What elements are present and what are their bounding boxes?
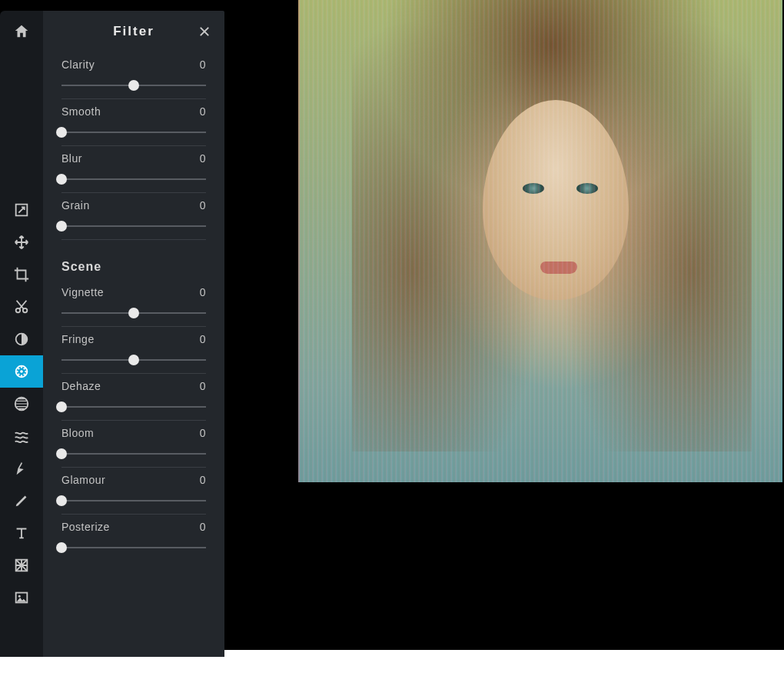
close-icon	[198, 25, 211, 38]
text-icon	[13, 525, 30, 541]
image-tool[interactable]	[0, 581, 43, 614]
slider-value: 0	[200, 286, 206, 298]
move-tool[interactable]	[0, 226, 43, 258]
slider-label: Blur	[61, 152, 82, 165]
panel-body: Clarity 0 Smooth 0	[43, 58, 224, 556]
adjust-icon	[13, 331, 30, 348]
image-content	[483, 100, 629, 300]
slider-value: 0	[200, 333, 206, 345]
cut-icon	[13, 298, 30, 315]
blur-tool[interactable]	[0, 388, 43, 420]
slider-value: 0	[200, 380, 206, 392]
draw-tool[interactable]	[0, 485, 43, 517]
slider-track[interactable]	[61, 351, 206, 368]
bloom-slider: Bloom 0	[61, 427, 206, 468]
liquify-tool[interactable]	[0, 420, 43, 452]
svg-point-11	[18, 373, 19, 375]
pattern-icon	[13, 557, 30, 574]
canvas-area[interactable]	[224, 0, 784, 650]
slider-track[interactable]	[61, 218, 206, 235]
image-content	[523, 183, 544, 194]
slider-label: Glamour	[61, 474, 105, 486]
dehaze-slider: Dehaze 0	[61, 380, 206, 421]
toolbar	[0, 11, 43, 657]
slider-knob[interactable]	[56, 174, 67, 185]
image-content	[352, 0, 752, 451]
slider-track[interactable]	[61, 445, 206, 462]
slider-label: Clarity	[61, 58, 95, 71]
panel-title: Filter	[113, 24, 154, 39]
adjust-tool[interactable]	[0, 323, 43, 355]
slider-label: Bloom	[61, 427, 94, 439]
vignette-slider: Vignette 0	[61, 286, 206, 327]
home-button[interactable]	[0, 15, 43, 48]
slider-track[interactable]	[61, 398, 206, 415]
image-glitch-effect	[298, 0, 782, 482]
filter-panel: Filter Clarity 0 Smooth	[43, 11, 224, 657]
slider-value: 0	[200, 199, 206, 212]
slider-track[interactable]	[61, 171, 206, 188]
slider-knob[interactable]	[56, 448, 67, 459]
slider-knob[interactable]	[56, 495, 67, 506]
slider-knob[interactable]	[56, 401, 67, 412]
slider-track[interactable]	[61, 305, 206, 322]
posterize-slider: Posterize 0	[61, 521, 206, 556]
slider-knob[interactable]	[56, 127, 67, 138]
slider-value: 0	[200, 105, 206, 118]
slider-value: 0	[200, 427, 206, 439]
edited-image[interactable]	[298, 0, 782, 482]
app-window: Filter Clarity 0 Smooth	[0, 0, 784, 650]
svg-point-5	[21, 366, 22, 368]
slider-label: Smooth	[61, 105, 101, 118]
image-icon	[13, 589, 30, 606]
slider-knob[interactable]	[56, 542, 67, 553]
slider-label: Vignette	[61, 286, 104, 298]
resize-tool[interactable]	[0, 194, 43, 226]
clarity-slider: Clarity 0	[61, 58, 206, 99]
text-tool[interactable]	[0, 517, 43, 549]
svg-point-16	[18, 595, 21, 598]
slider-knob[interactable]	[128, 308, 139, 318]
glamour-slider: Glamour 0	[61, 474, 206, 515]
slider-knob[interactable]	[128, 355, 139, 365]
scene-section-title: Scene	[61, 260, 206, 274]
slider-track[interactable]	[61, 539, 206, 556]
close-panel-button[interactable]	[195, 22, 214, 41]
blur-slider: Blur 0	[61, 152, 206, 193]
slider-label: Grain	[61, 199, 90, 212]
svg-point-10	[23, 368, 25, 369]
slider-value: 0	[200, 474, 206, 486]
pattern-tool[interactable]	[0, 549, 43, 581]
move-icon	[13, 234, 30, 251]
liquify-icon	[13, 428, 30, 445]
slider-track[interactable]	[61, 124, 206, 141]
slider-knob[interactable]	[56, 221, 67, 232]
slider-track[interactable]	[61, 77, 206, 94]
draw-icon	[13, 492, 30, 509]
slider-label: Posterize	[61, 521, 110, 533]
heal-tool[interactable]	[0, 452, 43, 485]
filter-icon	[13, 363, 30, 380]
slider-label: Dehaze	[61, 380, 101, 392]
slider-value: 0	[200, 152, 206, 165]
crop-tool[interactable]	[0, 258, 43, 291]
grain-slider: Grain 0	[61, 199, 206, 240]
slider-value: 0	[200, 521, 206, 533]
svg-point-7	[16, 371, 18, 372]
blur-icon	[13, 395, 30, 412]
svg-point-8	[25, 371, 26, 372]
slider-label: Fringe	[61, 333, 95, 345]
image-content	[576, 183, 598, 194]
cut-tool[interactable]	[0, 291, 43, 323]
svg-point-6	[21, 375, 22, 376]
fringe-slider: Fringe 0	[61, 333, 206, 374]
filter-tool[interactable]	[0, 355, 43, 388]
home-icon	[13, 23, 30, 40]
image-content	[540, 262, 577, 274]
panel-header: Filter	[43, 11, 224, 52]
slider-knob[interactable]	[128, 80, 139, 91]
slider-track[interactable]	[61, 492, 206, 509]
resize-icon	[13, 202, 30, 218]
slider-value: 0	[200, 58, 206, 71]
crop-icon	[13, 266, 30, 283]
